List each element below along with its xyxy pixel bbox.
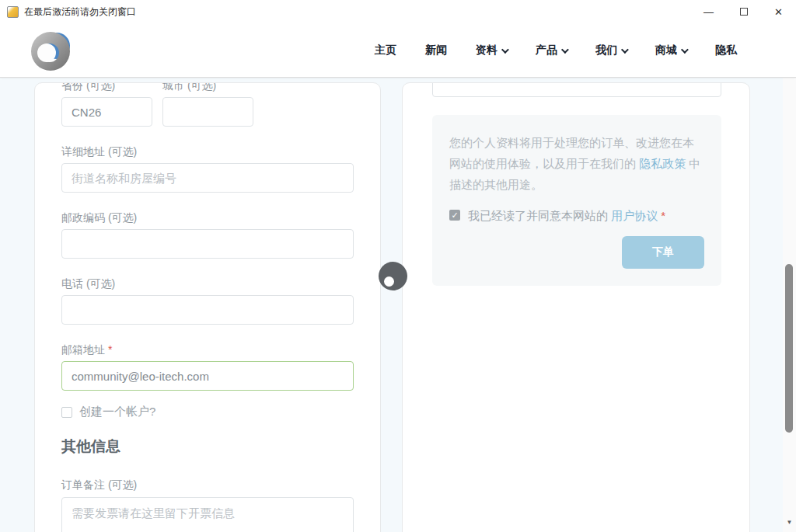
privacy-notice: 您的个人资料将用于处理您的订单、改进您在本网站的使用体验，以及用于在我们的 隐私… bbox=[449, 132, 704, 195]
create-account-checkbox[interactable] bbox=[61, 407, 72, 418]
site-header: 主页 新闻 资料 产品 我们 商城 隐私 bbox=[0, 23, 796, 78]
agreement-row: ✓ 我已经读了并同意本网站的 用户协议 * bbox=[449, 208, 704, 224]
checkout-page: 省份 (可选) 城市 (可选) 详细地址 (可选) 邮政编码 (可选) 电话 (… bbox=[0, 78, 783, 532]
user-agreement-link[interactable]: 用户协议 bbox=[611, 209, 658, 222]
nav-item-about[interactable]: 我们 bbox=[595, 43, 627, 57]
city-label: 城市 (可选) bbox=[162, 82, 253, 93]
minimize-button[interactable]: — bbox=[691, 0, 726, 23]
order-notes-textarea[interactable] bbox=[61, 497, 354, 532]
agreement-checkbox[interactable]: ✓ bbox=[449, 210, 460, 221]
site-logo[interactable] bbox=[28, 27, 75, 77]
privacy-policy-link[interactable]: 隐私政策 bbox=[639, 157, 686, 170]
maximize-button[interactable] bbox=[726, 0, 761, 23]
maximize-icon bbox=[740, 8, 748, 16]
window-controls: — ✕ bbox=[691, 0, 796, 23]
privacy-info-box: 您的个人资料将用于处理您的订单、改进您在本网站的使用体验，以及用于在我们的 隐私… bbox=[432, 115, 721, 286]
scroll-down-icon[interactable]: ▼ bbox=[783, 516, 796, 529]
nav-item-home[interactable]: 主页 bbox=[375, 43, 396, 57]
other-info-heading: 其他信息 bbox=[61, 436, 354, 457]
address-label: 详细地址 (可选) bbox=[61, 144, 354, 159]
vertical-scrollbar[interactable]: ▲ ▼ bbox=[783, 23, 796, 532]
nav-item-privacy[interactable]: 隐私 bbox=[715, 43, 737, 57]
chevron-down-icon bbox=[561, 46, 569, 54]
agreement-text: 我已经读了并同意本网站的 用户协议 * bbox=[468, 208, 665, 224]
province-input[interactable] bbox=[61, 97, 152, 127]
chevron-down-icon bbox=[501, 46, 509, 54]
phone-input[interactable] bbox=[61, 295, 354, 325]
app-icon bbox=[7, 6, 19, 18]
coupon-input[interactable] bbox=[432, 82, 721, 97]
floating-cursor-dot[interactable] bbox=[379, 262, 407, 290]
cursor-dot-highlight bbox=[384, 276, 394, 287]
postcode-input[interactable] bbox=[61, 229, 354, 259]
province-label: 省份 (可选) bbox=[61, 82, 152, 93]
nav-item-news[interactable]: 新闻 bbox=[425, 43, 447, 57]
billing-form-panel: 省份 (可选) 城市 (可选) 详细地址 (可选) 邮政编码 (可选) 电话 (… bbox=[34, 82, 381, 532]
create-account-label: 创建一个帐户? bbox=[79, 405, 155, 419]
chevron-down-icon bbox=[621, 46, 629, 54]
close-button[interactable]: ✕ bbox=[761, 0, 796, 23]
nav-item-products[interactable]: 产品 bbox=[536, 43, 567, 57]
app-window: 在最后激活前请勿关闭窗口 — ✕ 主页 新闻 资料 产品 bbox=[0, 0, 796, 532]
phone-label: 电话 (可选) bbox=[61, 276, 354, 291]
address-input[interactable] bbox=[61, 163, 354, 193]
scrollbar-thumb[interactable] bbox=[785, 264, 793, 433]
required-asterisk: * bbox=[108, 343, 112, 356]
postcode-label: 邮政编码 (可选) bbox=[61, 210, 354, 225]
window-title: 在最后激活前请勿关闭窗口 bbox=[24, 5, 136, 19]
nav-item-resources[interactable]: 资料 bbox=[476, 43, 507, 57]
email-label: 邮箱地址 * bbox=[61, 342, 354, 357]
chevron-down-icon bbox=[681, 46, 689, 54]
city-input[interactable] bbox=[162, 97, 253, 127]
logo-swirl-icon bbox=[28, 27, 75, 74]
order-review-panel: 您的个人资料将用于处理您的订单、改进您在本网站的使用体验，以及用于在我们的 隐私… bbox=[402, 82, 750, 532]
create-account-row[interactable]: 创建一个帐户? bbox=[61, 405, 354, 419]
email-input[interactable] bbox=[61, 361, 354, 391]
main-nav: 主页 新闻 资料 产品 我们 商城 隐私 bbox=[375, 23, 737, 78]
place-order-button[interactable]: 下单 bbox=[622, 236, 704, 269]
required-asterisk: * bbox=[658, 209, 665, 222]
order-notes-label: 订单备注 (可选) bbox=[61, 477, 354, 492]
titlebar: 在最后激活前请勿关闭窗口 — ✕ bbox=[0, 0, 796, 23]
nav-item-shop[interactable]: 商城 bbox=[655, 43, 686, 57]
